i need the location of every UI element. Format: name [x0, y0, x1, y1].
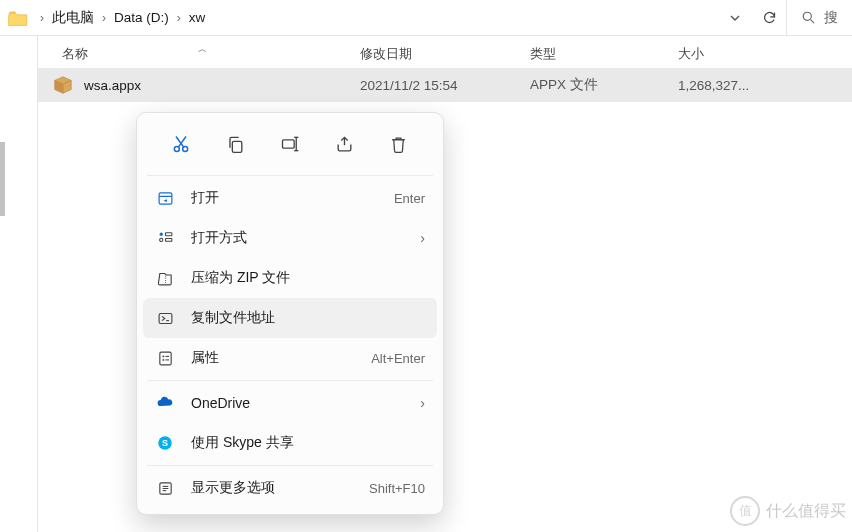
share-button[interactable]: [324, 125, 364, 163]
svg-rect-14: [165, 232, 171, 235]
file-date: 2021/11/2 15:54: [360, 78, 530, 93]
column-date[interactable]: 修改日期: [360, 46, 530, 63]
delete-button[interactable]: [379, 125, 419, 163]
file-type: APPX 文件: [530, 76, 678, 94]
svg-rect-15: [165, 238, 171, 241]
file-name: wsa.appx: [84, 78, 141, 93]
svg-text:S: S: [162, 438, 168, 448]
address-bar: › 此电脑 › Data (D:) › xw 搜: [0, 0, 852, 36]
svg-rect-6: [232, 141, 242, 152]
menu-skype[interactable]: S 使用 Skype 共享: [143, 423, 437, 463]
context-menu: 打开 Enter 打开方式 › 压缩为 ZIP 文件 复制文件地址 属性 Alt…: [136, 112, 444, 515]
sidebar: [0, 36, 38, 532]
column-headers: 名称︿ 修改日期 类型 大小: [38, 36, 852, 68]
dropdown-button[interactable]: [718, 3, 752, 33]
menu-properties[interactable]: 属性 Alt+Enter: [143, 338, 437, 378]
breadcrumb-folder[interactable]: xw: [187, 6, 208, 29]
svg-rect-7: [282, 140, 294, 148]
search-icon: [801, 10, 816, 25]
chevron-right-icon: ›: [420, 395, 425, 411]
svg-point-13: [159, 238, 162, 241]
menu-compress-zip[interactable]: 压缩为 ZIP 文件: [143, 258, 437, 298]
breadcrumb-separator: ›: [102, 11, 106, 25]
rename-button[interactable]: [270, 125, 310, 163]
menu-onedrive[interactable]: OneDrive ›: [143, 383, 437, 423]
search-box[interactable]: 搜: [786, 0, 846, 35]
menu-open-with[interactable]: 打开方式 ›: [143, 218, 437, 258]
copy-button[interactable]: [216, 125, 256, 163]
svg-point-0: [803, 12, 811, 20]
copy-path-icon: [155, 310, 175, 327]
watermark: 值 什么值得买: [730, 496, 846, 526]
menu-copy-path[interactable]: 复制文件地址: [143, 298, 437, 338]
breadcrumb-root[interactable]: 此电脑: [50, 5, 96, 31]
svg-rect-11: [159, 192, 172, 203]
breadcrumb-separator: ›: [40, 11, 44, 25]
more-options-icon: [155, 480, 175, 497]
open-with-icon: [155, 230, 175, 247]
svg-point-2: [175, 147, 180, 152]
watermark-icon: 值: [730, 496, 760, 526]
menu-show-more[interactable]: 显示更多选项 Shift+F10: [143, 468, 437, 508]
sort-indicator-icon: ︿: [198, 43, 207, 56]
package-icon: [52, 74, 74, 96]
column-size[interactable]: 大小: [678, 46, 852, 63]
svg-point-19: [162, 355, 164, 357]
context-action-row: [143, 119, 437, 173]
skype-icon: S: [155, 434, 175, 452]
svg-rect-18: [159, 352, 170, 365]
svg-point-21: [162, 358, 164, 360]
scrollbar-thumb[interactable]: [0, 142, 5, 216]
svg-point-3: [183, 147, 188, 152]
menu-open[interactable]: 打开 Enter: [143, 178, 437, 218]
menu-separator: [147, 380, 433, 381]
column-type[interactable]: 类型: [530, 46, 678, 63]
file-size: 1,268,327...: [678, 78, 852, 93]
chevron-right-icon: ›: [420, 230, 425, 246]
menu-separator: [147, 175, 433, 176]
cut-button[interactable]: [161, 125, 201, 163]
svg-line-1: [810, 19, 814, 23]
breadcrumb-drive[interactable]: Data (D:): [112, 6, 171, 29]
breadcrumb-separator: ›: [177, 11, 181, 25]
menu-separator: [147, 465, 433, 466]
onedrive-icon: [155, 394, 175, 412]
column-name[interactable]: 名称︿: [38, 46, 360, 63]
folder-icon: [8, 10, 28, 26]
zip-icon: [155, 270, 175, 287]
search-label: 搜: [824, 9, 838, 27]
properties-icon: [155, 350, 175, 367]
file-row[interactable]: wsa.appx 2021/11/2 15:54 APPX 文件 1,268,3…: [38, 68, 852, 102]
refresh-button[interactable]: [752, 3, 786, 33]
open-icon: [155, 190, 175, 207]
svg-point-12: [159, 232, 162, 235]
